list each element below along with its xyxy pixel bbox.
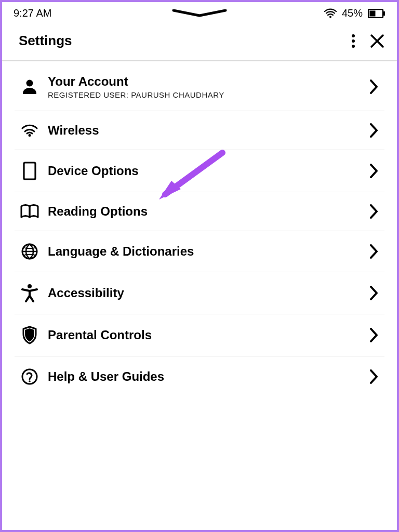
chevron-right-icon [370,369,381,384]
wifi-icon [20,123,39,138]
svg-point-13 [29,380,31,382]
page-title: Settings [19,33,72,49]
row-title: Your Account [48,74,370,89]
row-wireless[interactable]: Wireless [15,111,384,150]
drag-handle-icon[interactable] [168,9,231,19]
chevron-right-icon [370,244,381,259]
book-icon [20,204,39,219]
row-your-account[interactable]: Your Account REGISTERED USER: PAURUSH CH… [15,61,384,111]
svg-rect-1 [370,10,376,16]
row-language-dictionaries[interactable]: Language & Dictionaries [15,231,384,272]
svg-point-11 [28,284,32,288]
shield-icon [21,326,38,344]
row-title: Language & Dictionaries [48,244,370,259]
row-device-options[interactable]: Device Options [15,150,384,192]
status-time: 9:27 AM [14,7,51,19]
row-accessibility[interactable]: Accessibility [15,272,384,314]
battery-icon [368,9,385,18]
globe-icon [21,243,38,260]
page-header: Settings [2,22,397,61]
chevron-right-icon [370,164,381,178]
more-options-icon[interactable] [351,34,355,48]
user-icon [21,78,38,96]
chevron-right-icon [370,123,381,138]
svg-point-8 [26,79,33,86]
svg-rect-2 [383,11,385,16]
close-icon[interactable] [370,34,384,48]
chevron-right-icon [370,286,381,300]
row-title: Help & User Guides [48,369,370,384]
tablet-icon [23,162,36,180]
status-right-cluster: 45% [324,7,385,19]
chevron-right-icon [370,79,381,94]
chevron-right-icon [370,204,381,219]
svg-point-5 [352,45,355,48]
svg-point-4 [352,39,355,43]
row-reading-options[interactable]: Reading Options [15,192,384,231]
row-title: Accessibility [48,285,370,301]
row-subtitle: REGISTERED USER: PAURUSH CHAUDHARY [48,90,370,99]
chevron-right-icon [370,328,381,342]
row-title: Wireless [48,123,370,138]
row-help-user-guides[interactable]: Help & User Guides [15,356,384,397]
row-title: Parental Controls [48,327,370,343]
svg-rect-9 [24,163,35,179]
settings-list: Your Account REGISTERED USER: PAURUSH CH… [2,61,397,397]
row-parental-controls[interactable]: Parental Controls [15,314,384,356]
row-title: Reading Options [48,204,370,219]
help-icon [21,368,38,385]
accessibility-icon [21,284,38,302]
row-title: Device Options [48,163,370,179]
svg-point-3 [352,34,355,37]
battery-percent: 45% [342,7,363,19]
wifi-icon [324,8,337,19]
